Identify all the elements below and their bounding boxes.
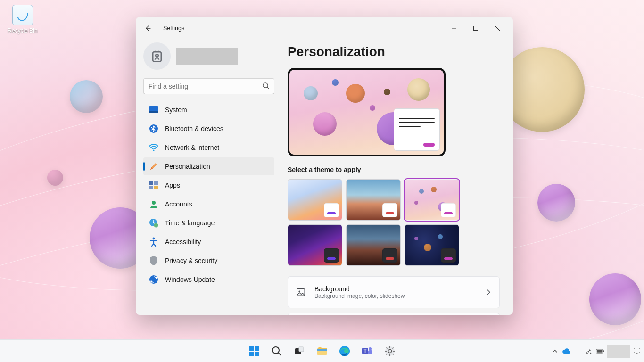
nav-item-bluetooth[interactable]: Bluetooth & devices (143, 120, 274, 138)
settings-taskbar-button[interactable] (380, 342, 399, 361)
nav-item-accessibility[interactable]: Accessibility (143, 233, 274, 251)
svg-rect-32 (368, 350, 372, 354)
nav-label: System (165, 106, 187, 114)
theme-option-0[interactable] (288, 179, 342, 221)
sidebar: System Bluetooth & devices Network & int… (136, 40, 282, 315)
planet-decoration (384, 89, 390, 95)
svg-rect-10 (149, 186, 153, 189)
svg-rect-17 (297, 289, 305, 296)
nav-item-apps[interactable]: Apps (143, 176, 274, 194)
task-view-icon (294, 346, 305, 357)
theme-chip (441, 248, 456, 263)
app-title: Settings (163, 25, 184, 32)
start-button[interactable] (245, 342, 264, 361)
nav-item-privacy[interactable]: Privacy & security (143, 252, 274, 270)
nav-list: System Bluetooth & devices Network & int… (143, 101, 274, 288)
planet-decoration (537, 184, 575, 222)
preview-accent (423, 143, 435, 147)
planet-decoration (370, 105, 375, 111)
maximize-button[interactable] (465, 21, 487, 36)
update-icon (149, 275, 158, 284)
minimize-icon (452, 26, 456, 31)
nav-label: Personalization (165, 163, 210, 170)
nav-label: Apps (165, 181, 180, 189)
system-icon (149, 105, 158, 115)
theme-chip (441, 203, 456, 217)
avatar (143, 42, 171, 70)
minimize-button[interactable] (443, 21, 465, 36)
maximize-icon (473, 26, 478, 31)
nav-label: Windows Update (165, 276, 215, 283)
svg-rect-5 (149, 111, 158, 113)
svg-point-3 (263, 83, 268, 88)
teams-icon: T (362, 346, 373, 357)
file-explorer-icon (316, 346, 328, 357)
nav-item-personalization[interactable]: Personalization (143, 157, 274, 175)
clock-redacted[interactable] (607, 345, 630, 358)
nav-item-system[interactable]: System (143, 101, 274, 119)
monitor-icon (574, 348, 581, 354)
svg-point-31 (369, 347, 372, 350)
planet-decoration (332, 79, 339, 86)
search-icon (271, 346, 282, 357)
nav-item-network[interactable]: Network & internet (143, 139, 274, 156)
svg-text:T: T (363, 348, 366, 354)
nav-item-windows-update[interactable]: Windows Update (143, 271, 274, 288)
edge-button[interactable] (335, 342, 354, 361)
usb-tray-icon[interactable] (585, 347, 593, 355)
nav-label: Accessibility (165, 238, 201, 246)
theme-option-5[interactable] (405, 224, 459, 266)
search-input[interactable] (143, 78, 274, 94)
image-icon (296, 287, 306, 297)
theme-section-label: Select a theme to apply (288, 166, 500, 173)
taskbar-search-button[interactable] (267, 342, 286, 361)
chevron-up-icon (552, 348, 558, 354)
taskbar[interactable]: T (0, 339, 644, 362)
desktop-preview[interactable] (288, 68, 446, 156)
svg-point-7 (153, 149, 154, 151)
personalization-icon (149, 162, 158, 171)
recycle-bin-icon (12, 5, 33, 25)
svg-rect-11 (154, 186, 158, 189)
task-view-button[interactable] (290, 342, 309, 361)
planet-decoration (47, 170, 63, 186)
content-scroll[interactable]: Personalization Select a theme t (282, 40, 513, 315)
windows-start-icon (248, 346, 260, 357)
tray-overflow-button[interactable] (551, 347, 559, 355)
nav-label: Bluetooth & devices (165, 125, 223, 132)
file-explorer-button[interactable] (313, 342, 331, 361)
svg-point-37 (590, 352, 592, 354)
theme-option-4[interactable] (346, 224, 401, 266)
theme-option-1[interactable] (346, 179, 401, 221)
teams-button[interactable]: T (358, 342, 377, 361)
theme-chip (324, 203, 339, 217)
page-title: Personalization (288, 44, 500, 59)
svg-rect-9 (154, 181, 158, 185)
theme-option-2[interactable] (405, 179, 459, 221)
theme-chip (382, 248, 397, 263)
settings-window: Settings System (136, 17, 513, 315)
back-button[interactable] (140, 21, 156, 36)
notifications-button[interactable] (633, 347, 641, 355)
setting-card-partial[interactable] (288, 313, 500, 315)
close-button[interactable] (487, 21, 508, 36)
battery-tray-icon[interactable] (596, 347, 604, 355)
svg-point-2 (156, 54, 158, 57)
onedrive-tray-icon[interactable] (562, 347, 570, 355)
nav-item-time-language[interactable]: Time & language (143, 214, 274, 232)
recycle-bin[interactable]: Recycle Bin (5, 5, 41, 34)
setting-card-background[interactable]: Background Background image, color, slid… (288, 276, 500, 308)
titlebar[interactable]: Settings (136, 17, 513, 40)
account-header[interactable] (143, 40, 274, 75)
person-badge-icon (150, 49, 164, 63)
nav-item-accounts[interactable]: Accounts (143, 195, 274, 213)
gear-icon (384, 346, 396, 357)
display-tray-icon[interactable] (573, 347, 582, 355)
nav-label: Time & language (165, 219, 215, 227)
planet-decoration (304, 86, 318, 100)
usb-icon (585, 347, 593, 355)
bluetooth-icon (149, 124, 158, 133)
theme-option-3[interactable] (288, 224, 342, 266)
svg-rect-20 (255, 346, 259, 351)
svg-rect-27 (317, 349, 327, 351)
